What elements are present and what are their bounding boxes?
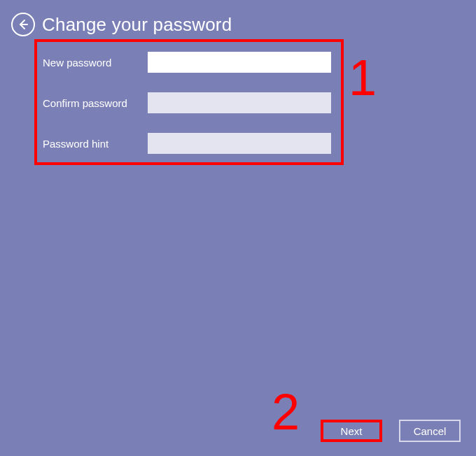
password-hint-row: Password hint: [43, 133, 335, 154]
back-button[interactable]: [11, 13, 35, 36]
back-arrow-icon: [17, 18, 29, 31]
confirm-password-label: Confirm password: [43, 97, 148, 109]
annotation-step-1: 1: [349, 49, 377, 106]
password-hint-label: Password hint: [43, 138, 148, 150]
password-form-highlight: New password Confirm password Password h…: [34, 39, 344, 165]
new-password-label: New password: [43, 57, 148, 69]
cancel-button[interactable]: Cancel: [399, 420, 461, 442]
confirm-password-row: Confirm password: [43, 92, 335, 113]
new-password-input[interactable]: [148, 52, 331, 73]
password-hint-input[interactable]: [148, 133, 331, 154]
page-title: Change your password: [42, 14, 232, 36]
next-button[interactable]: Next: [321, 420, 382, 442]
new-password-row: New password: [43, 52, 335, 73]
confirm-password-input[interactable]: [148, 92, 331, 113]
annotation-step-2: 2: [272, 383, 300, 441]
button-bar: Next Cancel: [321, 420, 461, 442]
